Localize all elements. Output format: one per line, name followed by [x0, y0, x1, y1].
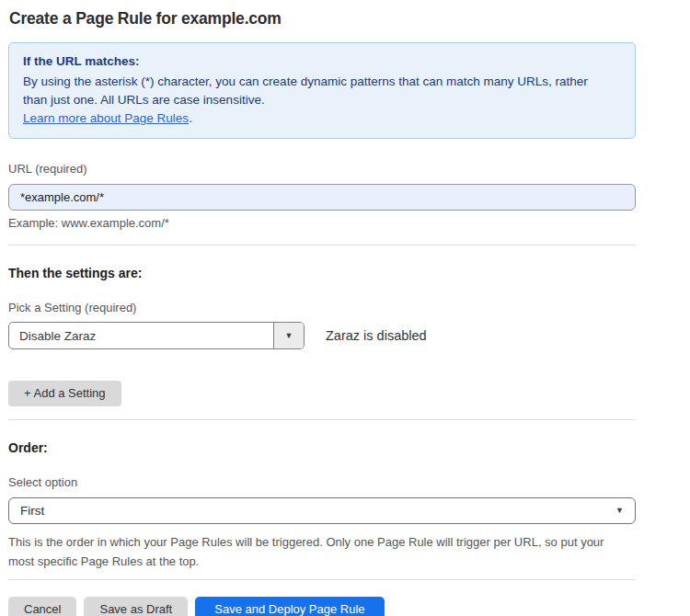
settings-section-heading: Then the settings are:	[8, 266, 636, 280]
cancel-button[interactable]: Cancel	[8, 597, 76, 616]
setting-row: Disable Zaraz ▼ Zaraz is disabled	[8, 322, 636, 349]
zaraz-status-text: Zaraz is disabled	[326, 328, 427, 343]
order-select-value: First	[20, 504, 44, 518]
divider	[8, 419, 636, 420]
info-box-link-line: Learn more about Page Rules.	[23, 109, 621, 128]
chevron-down-icon: ▼	[615, 507, 624, 515]
divider	[8, 579, 636, 580]
page-rule-form: Create a Page Rule for example.com If th…	[8, 0, 636, 616]
url-input[interactable]	[8, 184, 636, 211]
info-box-body: By using the asterisk (*) character, you…	[23, 73, 593, 109]
url-field-label: URL (required)	[8, 162, 636, 176]
url-match-info-box: If the URL matches: By using the asteris…	[8, 42, 636, 139]
save-as-draft-button[interactable]: Save as Draft	[84, 597, 188, 616]
learn-more-link[interactable]: Learn more about Page Rules	[23, 111, 189, 125]
link-suffix: .	[189, 111, 192, 125]
order-helper-text: This is the order in which your Page Rul…	[8, 532, 625, 571]
order-select[interactable]: First ▼	[8, 497, 636, 524]
save-and-deploy-button[interactable]: Save and Deploy Page Rule	[195, 597, 384, 616]
order-select-label: Select option	[8, 475, 636, 489]
chevron-down-icon: ▼	[285, 332, 293, 340]
url-example-helper: Example: www.example.com/*	[8, 216, 636, 230]
info-box-heading: If the URL matches:	[23, 52, 621, 71]
pick-setting-label: Pick a Setting (required)	[8, 301, 636, 314]
setting-dropdown-value: Disable Zaraz	[9, 323, 273, 348]
setting-dropdown[interactable]: Disable Zaraz ▼	[8, 322, 305, 349]
setting-dropdown-arrow-button[interactable]: ▼	[273, 323, 304, 348]
divider	[8, 245, 636, 245]
add-setting-button[interactable]: + Add a Setting	[8, 381, 121, 406]
form-actions: Cancel Save as Draft Save and Deploy Pag…	[8, 597, 636, 616]
page-title: Create a Page Rule for example.com	[9, 9, 636, 29]
order-section-heading: Order:	[8, 440, 636, 455]
